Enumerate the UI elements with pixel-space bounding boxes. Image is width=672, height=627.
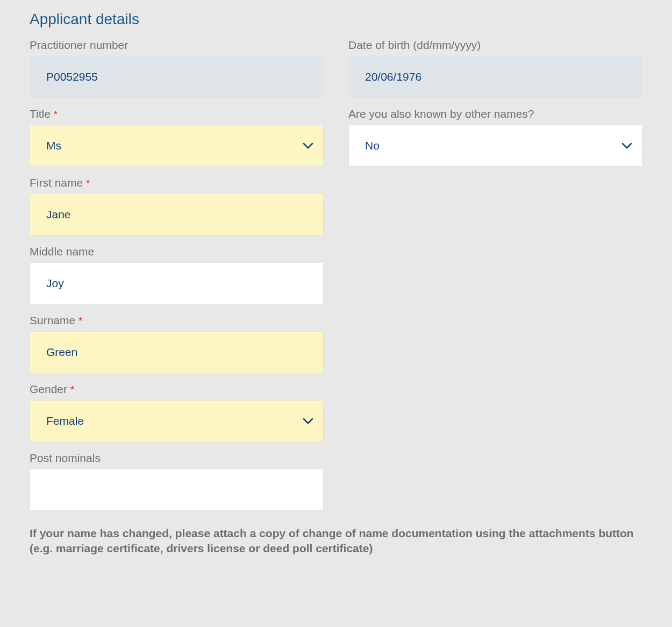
- other-names-label: Are you also known by other names?: [348, 108, 642, 120]
- section-title: Applicant details: [30, 11, 642, 28]
- gender-label: Gender *: [30, 383, 324, 396]
- practitioner-number-group: Practitioner number P0052955: [30, 39, 324, 98]
- title-label: Title *: [30, 108, 324, 120]
- required-mark: *: [70, 384, 74, 395]
- other-names-select[interactable]: No: [348, 125, 642, 167]
- form-row-1: Practitioner number P0052955 Date of bir…: [30, 39, 642, 108]
- practitioner-number-label: Practitioner number: [30, 39, 324, 52]
- gender-select-wrap: Female: [30, 400, 324, 442]
- required-mark: *: [78, 315, 82, 326]
- gender-label-text: Gender: [30, 383, 67, 395]
- form-row-3: First name * Middle name Surname * Gende…: [30, 176, 642, 521]
- required-mark: *: [86, 177, 90, 189]
- title-select[interactable]: Ms: [30, 125, 324, 167]
- gender-select[interactable]: Female: [30, 400, 324, 442]
- first-name-label-text: First name: [30, 176, 83, 189]
- form-row-2: Title * Ms Are you also known by other n…: [30, 108, 642, 176]
- other-names-group: Are you also known by other names? No: [348, 108, 642, 167]
- title-group: Title * Ms: [30, 108, 324, 167]
- dob-value: 20/06/1976: [348, 56, 642, 98]
- title-select-wrap: Ms: [30, 125, 324, 167]
- title-label-text: Title: [30, 108, 51, 120]
- required-mark: *: [54, 109, 58, 120]
- post-nominals-input[interactable]: [30, 469, 324, 511]
- other-names-select-wrap: No: [348, 125, 642, 167]
- surname-input[interactable]: [30, 331, 324, 373]
- post-nominals-group: Post nominals: [30, 452, 324, 511]
- middle-name-label: Middle name: [30, 245, 324, 258]
- name-change-note: If your name has changed, please attach …: [30, 526, 642, 557]
- dob-label: Date of birth (dd/mm/yyyy): [348, 39, 642, 52]
- surname-label: Surname *: [30, 314, 324, 327]
- practitioner-number-value: P0052955: [30, 56, 324, 98]
- dob-group: Date of birth (dd/mm/yyyy) 20/06/1976: [348, 39, 642, 98]
- gender-group: Gender * Female: [30, 383, 324, 442]
- applicant-details-form: Applicant details Practitioner number P0…: [0, 0, 672, 573]
- first-name-input[interactable]: [30, 194, 324, 236]
- surname-label-text: Surname: [30, 314, 75, 326]
- first-name-group: First name *: [30, 176, 324, 236]
- post-nominals-label: Post nominals: [30, 452, 324, 465]
- surname-group: Surname *: [30, 314, 324, 373]
- first-name-label: First name *: [30, 176, 324, 189]
- middle-name-input[interactable]: [30, 262, 324, 304]
- middle-name-group: Middle name: [30, 245, 324, 304]
